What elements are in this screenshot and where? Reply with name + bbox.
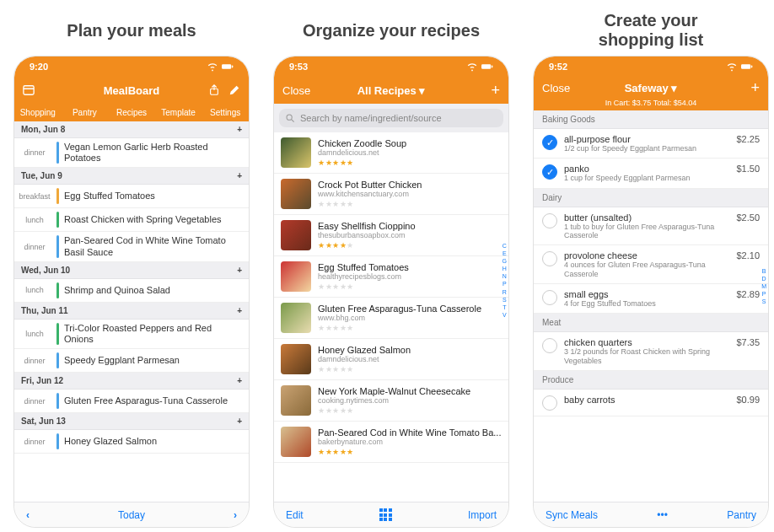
check-circle[interactable] [542,251,557,266]
meal-plan-list[interactable]: Mon, Jun 8+dinnerVegan Lemon Garlic Herb… [14,121,249,502]
check-circle[interactable] [542,213,557,228]
add-meal-icon[interactable]: + [237,376,242,385]
recipe-row[interactable]: Honey Glazed Salmondamndelicious.net★★★★… [274,339,508,380]
status-bar: 9:52 [534,56,768,77]
close-button[interactable]: Close [282,84,310,97]
day-header[interactable]: Mon, Jun 8+ [14,121,249,138]
day-header[interactable]: Tue, Jun 9+ [14,168,249,185]
check-circle[interactable] [542,395,557,411]
svg-rect-1 [232,66,233,68]
tab-settings[interactable]: Settings [202,104,249,121]
meal-row[interactable]: dinnerHoney Glazed Salmon [14,430,249,454]
index-letter[interactable]: N [503,272,507,280]
more-button[interactable]: ••• [657,509,668,521]
recipe-row[interactable]: Easy Shellfish Cioppinothesuburbansoapbo… [274,215,508,256]
index-letter[interactable]: E [503,250,507,257]
phone-plan: 9:20 MealBoard Shopping Pantry [13,56,250,528]
meal-row[interactable]: dinnerGluten Free Asparagus-Tuna Cassero… [14,390,249,413]
add-button[interactable]: + [491,82,500,99]
meal-row[interactable]: lunchTri-Color Roasted Peppers and Red O… [14,320,249,349]
day-header[interactable]: Fri, Jun 12+ [14,373,249,390]
meal-row[interactable]: lunchShrimp and Quinoa Salad [14,279,249,303]
today-button[interactable]: Today [118,509,145,521]
add-meal-icon[interactable]: + [237,266,242,275]
meal-color-bar [56,323,59,345]
index-letter[interactable]: T [503,304,506,311]
index-letter[interactable]: M [761,282,766,290]
wifi-icon [207,61,218,73]
check-circle[interactable] [542,338,557,353]
check-circle[interactable] [542,290,557,305]
search-icon [286,114,295,123]
add-meal-icon[interactable]: + [237,306,242,315]
share-icon[interactable] [208,84,220,96]
shopping-row[interactable]: baby carrots$0.99 [534,390,768,416]
edit-button[interactable]: Edit [286,509,304,521]
recipe-list[interactable]: Chicken Zoodle Soupdamndelicious.net★★★★… [274,132,508,502]
recipe-row[interactable]: Pan-Seared Cod in White Wine Tomato Ba..… [274,422,508,463]
import-button[interactable]: Import [468,509,497,521]
tab-shopping[interactable]: Shopping [14,104,62,121]
check-circle[interactable]: ✓ [542,135,557,150]
recipe-title: Honey Glazed Salmon [318,345,502,355]
shopping-row[interactable]: ✓all-purpose flour1/2 cup for Speedy Egg… [534,129,768,159]
tab-template[interactable]: Template [155,104,202,121]
index-letter[interactable]: C [503,242,507,250]
add-button[interactable]: + [750,79,760,97]
recipe-row[interactable]: New York Maple-Walnut Cheesecakecooking.… [274,380,508,422]
index-letter[interactable]: V [503,311,507,319]
index-letter[interactable]: S [762,298,766,305]
shopping-index-strip[interactable]: BDMPS [761,267,766,305]
recipe-row[interactable]: Chicken Zoodle Soupdamndelicious.net★★★★… [274,132,508,174]
tab-pantry[interactable]: Pantry [62,104,109,121]
tab-recipes[interactable]: Recipes [108,104,155,121]
recipe-row[interactable]: Crock Pot Butter Chickenwww.kitchensanct… [274,174,508,215]
check-circle[interactable]: ✓ [542,164,557,180]
meal-row[interactable]: dinnerVegan Lemon Garlic Herb Roasted Po… [14,138,249,168]
add-meal-icon[interactable]: + [237,416,242,426]
index-letter[interactable]: D [762,275,766,282]
shopping-row[interactable]: butter (unsalted)1 tub to buy for Gluten… [534,207,768,246]
add-meal-icon[interactable]: + [237,171,242,180]
index-letter[interactable]: H [503,265,507,272]
recipe-row[interactable]: Gluten Free Asparagus-Tuna Casserolewww.… [274,298,508,339]
item-title: butter (unsalted) [564,212,729,223]
recipe-row[interactable]: Egg Stuffed Tomatoeshealthyrecipesblogs.… [274,256,508,298]
shopping-row[interactable]: provolone cheese4 ounces for Gluten Free… [534,245,768,284]
calendar-icon[interactable] [23,84,35,96]
nav-title[interactable]: Safeway ▾ [581,82,721,94]
nav-title[interactable]: All Recipes ▾ [321,84,461,97]
index-letter[interactable]: G [503,257,507,265]
add-meal-icon[interactable]: + [237,125,242,134]
meal-row[interactable]: breakfastEgg Stuffed Tomatoes [14,185,249,208]
meal-color-bar [56,393,59,409]
prev-button[interactable]: ‹ [26,509,30,521]
index-letter[interactable]: P [762,290,766,298]
index-letter[interactable]: P [503,280,507,287]
sync-button[interactable]: Sync Meals [546,509,598,521]
shopping-row[interactable]: chicken quarters3 1/2 pounds for Roast C… [534,332,768,371]
next-button[interactable]: › [234,509,237,521]
search-input[interactable]: Search by name/ingredient/source [279,109,503,127]
index-letter[interactable]: B [762,267,766,275]
wifi-icon [466,61,478,73]
shopping-row[interactable]: ✓panko1 cup for Speedy Eggplant Parmesan… [534,159,768,188]
index-letter[interactable]: S [503,296,507,304]
recipe-thumb [281,137,311,168]
meal-row[interactable]: dinnerSpeedy Eggplant Parmesan [14,349,249,373]
edit-icon[interactable] [228,84,240,96]
recipe-index-strip[interactable]: CEGHNPRSTV [503,242,507,319]
status-icons [466,61,493,73]
bottom-bar: Sync Meals ••• Pantry [534,502,768,527]
grid-view-icon[interactable] [379,508,392,521]
meal-row[interactable]: dinnerPan-Seared Cod in White Wine Tomat… [14,232,249,261]
day-header[interactable]: Wed, Jun 10+ [14,262,249,279]
shopping-list[interactable]: Baking Goods✓all-purpose flour1/2 cup fo… [534,110,768,502]
index-letter[interactable]: R [503,288,507,296]
day-header[interactable]: Sat, Jun 13+ [14,413,249,430]
shopping-row[interactable]: small eggs4 for Egg Stuffed Tomatoes$2.8… [534,284,768,314]
day-header[interactable]: Thu, Jun 11+ [14,303,249,320]
pantry-button[interactable]: Pantry [727,509,756,521]
meal-row[interactable]: lunchRoast Chicken with Spring Vegetable… [14,208,249,232]
close-button[interactable]: Close [542,82,570,94]
